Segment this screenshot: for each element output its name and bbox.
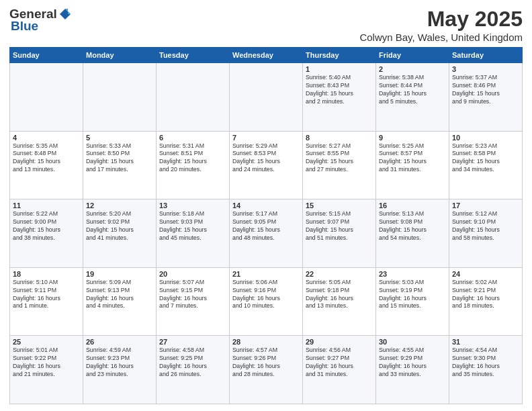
location: Colwyn Bay, Wales, United Kingdom (359, 32, 523, 43)
logo-icon (58, 7, 72, 21)
day-info: Sunrise: 4:55 AMSunset: 9:29 PMDaylight:… (379, 347, 446, 379)
day-info: Sunrise: 5:10 AMSunset: 9:11 PMDaylight:… (13, 279, 80, 311)
day-info: Sunrise: 4:57 AMSunset: 9:26 PMDaylight:… (232, 347, 300, 379)
calendar-cell: 1Sunrise: 5:40 AMSunset: 8:43 PMDaylight… (303, 63, 376, 132)
day-number: 5 (86, 134, 153, 142)
day-number: 21 (232, 270, 300, 278)
day-info: Sunrise: 5:27 AMSunset: 8:55 PMDaylight:… (306, 142, 373, 175)
calendar-cell: 14Sunrise: 5:17 AMSunset: 9:05 PMDayligh… (230, 199, 303, 268)
calendar-week-3: 11Sunrise: 5:22 AMSunset: 9:00 PMDayligh… (10, 199, 523, 268)
title-block: May 2025 Colwyn Bay, Wales, United Kingd… (359, 7, 523, 43)
calendar-cell: 8Sunrise: 5:27 AMSunset: 8:55 PMDaylight… (303, 131, 376, 199)
day-header-friday: Friday (376, 48, 449, 63)
day-number: 8 (306, 134, 373, 142)
calendar-cell: 30Sunrise: 4:55 AMSunset: 9:29 PMDayligh… (376, 336, 449, 404)
calendar-cell: 9Sunrise: 5:25 AMSunset: 8:57 PMDaylight… (376, 131, 449, 199)
day-info: Sunrise: 5:06 AMSunset: 9:16 PMDaylight:… (232, 279, 300, 311)
days-header-row: SundayMondayTuesdayWednesdayThursdayFrid… (10, 48, 523, 63)
day-number: 16 (379, 201, 446, 210)
calendar-cell: 22Sunrise: 5:05 AMSunset: 9:18 PMDayligh… (303, 267, 376, 336)
calendar-week-5: 25Sunrise: 5:01 AMSunset: 9:22 PMDayligh… (10, 336, 523, 404)
day-info: Sunrise: 5:22 AMSunset: 9:00 PMDaylight:… (13, 210, 80, 242)
day-number: 23 (379, 270, 446, 278)
day-info: Sunrise: 5:38 AMSunset: 8:44 PMDaylight:… (379, 74, 446, 106)
calendar-cell: 4Sunrise: 5:35 AMSunset: 8:48 PMDaylight… (10, 131, 83, 199)
calendar-cell: 27Sunrise: 4:58 AMSunset: 9:25 PMDayligh… (157, 336, 230, 404)
day-header-saturday: Saturday (449, 48, 523, 63)
calendar-cell: 6Sunrise: 5:31 AMSunset: 8:51 PMDaylight… (157, 131, 230, 199)
day-number: 4 (13, 134, 80, 142)
day-number: 15 (306, 201, 373, 210)
day-number: 2 (379, 65, 446, 73)
day-header-thursday: Thursday (303, 48, 376, 63)
logo: General Blue (9, 7, 72, 34)
day-info: Sunrise: 5:23 AMSunset: 8:58 PMDaylight:… (452, 142, 519, 175)
calendar-week-4: 18Sunrise: 5:10 AMSunset: 9:11 PMDayligh… (10, 267, 523, 336)
calendar-cell: 10Sunrise: 5:23 AMSunset: 8:58 PMDayligh… (449, 131, 523, 199)
calendar-cell: 19Sunrise: 5:09 AMSunset: 9:13 PMDayligh… (83, 267, 157, 336)
day-number: 6 (159, 134, 226, 142)
calendar-cell: 17Sunrise: 5:12 AMSunset: 9:10 PMDayligh… (449, 199, 523, 268)
calendar-table: SundayMondayTuesdayWednesdayThursdayFrid… (9, 47, 523, 404)
day-info: Sunrise: 4:56 AMSunset: 9:27 PMDaylight:… (306, 347, 373, 379)
day-number: 18 (13, 270, 80, 278)
day-number: 14 (232, 201, 300, 210)
day-number: 30 (379, 338, 446, 346)
calendar-cell: 16Sunrise: 5:13 AMSunset: 9:08 PMDayligh… (376, 199, 449, 268)
calendar-cell (157, 63, 230, 132)
day-info: Sunrise: 4:58 AMSunset: 9:25 PMDaylight:… (159, 347, 226, 379)
day-header-sunday: Sunday (10, 48, 83, 63)
day-header-monday: Monday (83, 48, 157, 63)
calendar-cell: 2Sunrise: 5:38 AMSunset: 8:44 PMDaylight… (376, 63, 449, 132)
day-info: Sunrise: 5:05 AMSunset: 9:18 PMDaylight:… (306, 279, 373, 311)
day-number: 29 (306, 338, 373, 346)
calendar-cell: 29Sunrise: 4:56 AMSunset: 9:27 PMDayligh… (303, 336, 376, 404)
day-info: Sunrise: 5:31 AMSunset: 8:51 PMDaylight:… (159, 142, 226, 175)
day-info: Sunrise: 5:12 AMSunset: 9:10 PMDaylight:… (452, 210, 519, 242)
calendar-cell: 3Sunrise: 5:37 AMSunset: 8:46 PMDaylight… (449, 63, 523, 132)
calendar-week-2: 4Sunrise: 5:35 AMSunset: 8:48 PMDaylight… (10, 131, 523, 199)
day-number: 26 (86, 338, 153, 346)
day-number: 28 (232, 338, 300, 346)
calendar-cell: 7Sunrise: 5:29 AMSunset: 8:53 PMDaylight… (230, 131, 303, 199)
day-info: Sunrise: 5:13 AMSunset: 9:08 PMDaylight:… (379, 210, 446, 242)
day-info: Sunrise: 5:07 AMSunset: 9:15 PMDaylight:… (159, 279, 226, 311)
day-info: Sunrise: 5:09 AMSunset: 9:13 PMDaylight:… (86, 279, 153, 311)
day-info: Sunrise: 5:01 AMSunset: 9:22 PMDaylight:… (13, 347, 80, 379)
page: General Blue May 2025 Colwyn Bay, Wales,… (0, 0, 532, 411)
day-number: 10 (452, 134, 519, 142)
day-number: 24 (452, 270, 519, 278)
day-info: Sunrise: 5:17 AMSunset: 9:05 PMDaylight:… (232, 210, 300, 242)
day-info: Sunrise: 5:02 AMSunset: 9:21 PMDaylight:… (452, 279, 519, 311)
calendar-cell: 26Sunrise: 4:59 AMSunset: 9:23 PMDayligh… (83, 336, 157, 404)
calendar-cell: 24Sunrise: 5:02 AMSunset: 9:21 PMDayligh… (449, 267, 523, 336)
month-year: May 2025 (359, 7, 523, 32)
day-number: 12 (86, 201, 153, 210)
day-info: Sunrise: 5:40 AMSunset: 8:43 PMDaylight:… (306, 74, 373, 106)
day-number: 9 (379, 134, 446, 142)
calendar-cell (10, 63, 83, 132)
day-number: 13 (159, 201, 226, 210)
day-info: Sunrise: 4:54 AMSunset: 9:30 PMDaylight:… (452, 347, 519, 379)
day-number: 1 (306, 65, 373, 73)
logo-blue: Blue (11, 19, 38, 34)
day-number: 31 (452, 338, 519, 346)
day-info: Sunrise: 5:18 AMSunset: 9:03 PMDaylight:… (159, 210, 226, 242)
calendar-cell: 11Sunrise: 5:22 AMSunset: 9:00 PMDayligh… (10, 199, 83, 268)
day-info: Sunrise: 5:20 AMSunset: 9:02 PMDaylight:… (86, 210, 153, 242)
day-number: 3 (452, 65, 519, 73)
day-number: 7 (232, 134, 300, 142)
calendar-week-1: 1Sunrise: 5:40 AMSunset: 8:43 PMDaylight… (10, 63, 523, 132)
calendar-cell: 25Sunrise: 5:01 AMSunset: 9:22 PMDayligh… (10, 336, 83, 404)
calendar-cell: 28Sunrise: 4:57 AMSunset: 9:26 PMDayligh… (230, 336, 303, 404)
calendar-cell: 13Sunrise: 5:18 AMSunset: 9:03 PMDayligh… (157, 199, 230, 268)
day-info: Sunrise: 5:15 AMSunset: 9:07 PMDaylight:… (306, 210, 373, 242)
calendar-cell: 31Sunrise: 4:54 AMSunset: 9:30 PMDayligh… (449, 336, 523, 404)
day-number: 25 (13, 338, 80, 346)
day-info: Sunrise: 4:59 AMSunset: 9:23 PMDaylight:… (86, 347, 153, 379)
calendar-cell (230, 63, 303, 132)
day-info: Sunrise: 5:29 AMSunset: 8:53 PMDaylight:… (232, 142, 300, 175)
day-number: 19 (86, 270, 153, 278)
day-number: 27 (159, 338, 226, 346)
day-number: 11 (13, 201, 80, 210)
